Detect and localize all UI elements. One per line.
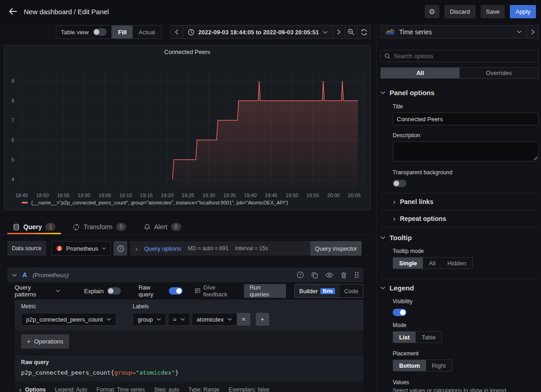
- save-button[interactable]: Save: [481, 5, 505, 18]
- svg-text:18:55: 18:55: [57, 193, 70, 198]
- chart-legend-item[interactable]: {__name__="p2p_connected_peers_count", g…: [22, 200, 288, 205]
- legend-table-option[interactable]: Table: [416, 332, 442, 343]
- repeat-options-section[interactable]: › Repeat options: [380, 210, 539, 227]
- chevron-down-icon: [380, 286, 385, 290]
- panel-links-section[interactable]: › Panel links: [380, 193, 539, 210]
- tab-alert[interactable]: Alert 0: [138, 220, 187, 234]
- time-series-chart[interactable]: 45678918:4518:5018:5519:0019:0519:1019:1…: [4, 45, 370, 199]
- legend-right-option[interactable]: Right: [426, 360, 452, 371]
- beta-badge: Beta: [320, 288, 335, 294]
- svg-text:18:50: 18:50: [36, 193, 49, 198]
- legend-mode-group: List Table: [393, 331, 442, 343]
- query-options-bar[interactable]: › Query options MD = auto = 891 Interval…: [130, 241, 313, 256]
- panel-options-body: Title Description Transparent background: [380, 103, 539, 187]
- tooltip-single-option[interactable]: Single: [393, 258, 423, 268]
- remove-label-filter-button[interactable]: ×: [237, 313, 250, 326]
- labels-label: Labels: [133, 303, 269, 310]
- resize-handle-icon[interactable]: [533, 156, 537, 160]
- tooltip-mode-group: Single All Hidden: [393, 257, 473, 269]
- query-ref-id[interactable]: A: [22, 271, 27, 279]
- refresh-button[interactable]: [357, 25, 371, 39]
- metric-select[interactable]: p2p_connected_peers_count: [21, 313, 116, 326]
- legend-list-option[interactable]: List: [393, 332, 416, 343]
- search-options-input[interactable]: [394, 53, 535, 59]
- database-icon: [13, 224, 20, 231]
- options-search[interactable]: [380, 50, 539, 62]
- back-button[interactable]: [4, 2, 22, 21]
- chevron-down-icon: [157, 318, 161, 321]
- legend-bottom-option[interactable]: Bottom: [393, 360, 426, 371]
- panel-settings-button[interactable]: ⚙: [425, 5, 439, 18]
- legend-visibility-toggle[interactable]: [393, 309, 406, 316]
- help-circle-icon: ?: [117, 245, 124, 252]
- svg-text:20:00: 20:00: [327, 193, 340, 198]
- viz-suggestions-button[interactable]: [527, 25, 539, 38]
- visualization-picker[interactable]: Time series: [380, 25, 527, 38]
- chevron-down-icon: [102, 247, 106, 250]
- labels-field: Labels group = atomicdex × +: [133, 303, 269, 326]
- query-help-icon[interactable]: ?: [297, 271, 304, 279]
- drag-handle-icon[interactable]: [354, 271, 359, 279]
- code-option[interactable]: Code: [340, 285, 363, 297]
- builder-option[interactable]: Builder Beta: [295, 285, 340, 297]
- label-operator-select[interactable]: =: [168, 313, 190, 326]
- panel-description-input[interactable]: [393, 141, 539, 161]
- add-operations-button[interactable]: + Operations: [21, 334, 69, 349]
- raw-query-field: Raw query: [138, 284, 182, 298]
- time-shift-forward-button[interactable]: [333, 26, 345, 38]
- legend-values-description: Select values or calculations to show in…: [393, 387, 539, 392]
- time-series-viz-icon: [385, 28, 395, 35]
- label-name-select[interactable]: group: [133, 313, 166, 326]
- svg-text:19:40: 19:40: [244, 193, 257, 198]
- table-view-label: Table view: [61, 29, 89, 36]
- query-patterns-dropdown[interactable]: Query patterns: [15, 284, 67, 298]
- code-brace-close: }: [175, 369, 179, 376]
- table-view-toggle-group: Table view: [56, 25, 112, 39]
- fill-option[interactable]: Fill: [112, 26, 133, 38]
- time-range-button[interactable]: 2022-09-03 18:44:05 to 2022-09-03 20:05:…: [183, 26, 333, 38]
- give-feedback-link[interactable]: Give feedback: [195, 284, 240, 298]
- explain-toggle[interactable]: [107, 287, 121, 295]
- code-metric: p2p_connected_peers_count: [21, 369, 111, 376]
- operations-label: Operations: [34, 338, 64, 345]
- svg-text:5: 5: [11, 157, 14, 162]
- svg-text:19:20: 19:20: [161, 193, 174, 198]
- chevron-down-icon: [380, 91, 385, 94]
- tab-query[interactable]: Query 1: [7, 220, 61, 234]
- run-queries-button[interactable]: Run queries: [244, 284, 286, 298]
- actual-option[interactable]: Actual: [133, 26, 161, 38]
- tab-all[interactable]: All: [381, 68, 460, 78]
- prometheus-icon: [56, 245, 62, 252]
- panel-options-header[interactable]: Panel options: [380, 89, 539, 97]
- raw-query-toggle[interactable]: [169, 287, 183, 295]
- arrow-left-icon: [8, 7, 17, 16]
- code-label-expr: group=: [114, 369, 136, 376]
- delete-query-icon[interactable]: [341, 272, 347, 279]
- datasource-help-button[interactable]: ?: [114, 241, 127, 256]
- query-row-header[interactable]: A (Prometheus) ?: [7, 268, 363, 282]
- svg-text:19:30: 19:30: [202, 193, 215, 198]
- duplicate-query-icon[interactable]: [311, 272, 318, 279]
- table-view-toggle[interactable]: [93, 28, 107, 36]
- discard-button[interactable]: Discard: [444, 5, 476, 18]
- apply-button[interactable]: Apply: [510, 5, 536, 18]
- tab-transform[interactable]: Transform 0: [67, 220, 131, 234]
- transparent-background-toggle[interactable]: [393, 180, 406, 187]
- tooltip-hidden-option[interactable]: Hidden: [441, 258, 472, 268]
- edit-pane-tabs: Query 1 Transform 0 Alert 0: [0, 220, 372, 235]
- legend-header[interactable]: Legend: [380, 284, 539, 292]
- time-shift-back-button[interactable]: [171, 26, 183, 38]
- chevron-right-icon: [337, 29, 341, 35]
- panel-title-input[interactable]: [393, 113, 539, 125]
- options-collapse[interactable]: › Options: [19, 386, 46, 392]
- query-inspector-button[interactable]: Query inspector: [310, 241, 362, 256]
- hide-query-icon[interactable]: [325, 272, 333, 279]
- datasource-picker[interactable]: Prometheus: [51, 241, 111, 256]
- tooltip-all-option[interactable]: All: [423, 258, 441, 268]
- add-label-filter-button[interactable]: +: [256, 313, 269, 326]
- tooltip-header[interactable]: Tooltip: [380, 234, 539, 242]
- time-zoom-out-button[interactable]: [345, 26, 357, 38]
- metric-label: Metric: [21, 303, 116, 310]
- tab-overrides[interactable]: Overrides: [460, 68, 538, 78]
- label-value-select[interactable]: atomicdex: [192, 313, 237, 326]
